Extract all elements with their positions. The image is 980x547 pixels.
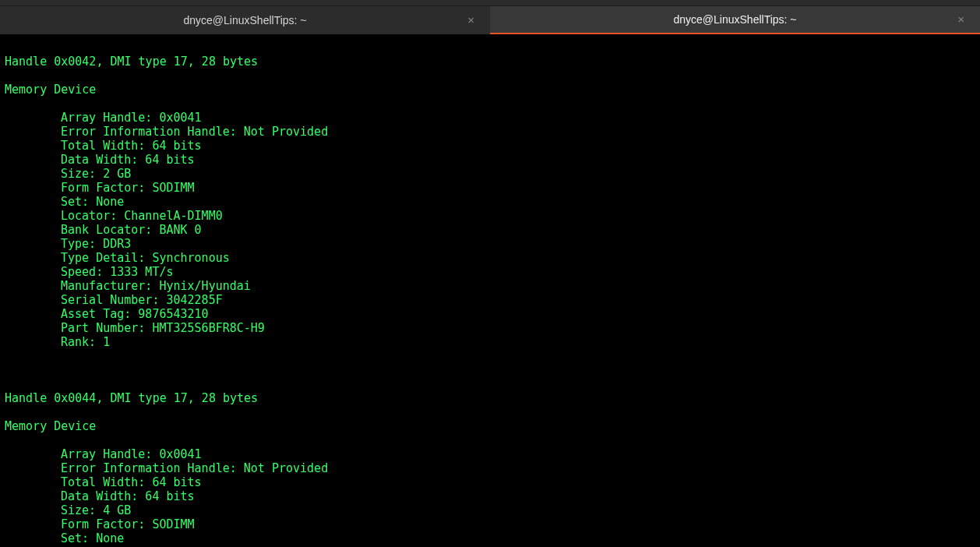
memory-device-field: Set: None xyxy=(5,531,975,545)
memory-device-title: Memory Device xyxy=(5,419,975,433)
close-icon[interactable]: × xyxy=(463,12,479,29)
memory-device-field: Rank: 1 xyxy=(5,335,975,349)
memory-device-field: Total Width: 64 bits xyxy=(5,475,975,489)
memory-device-field: Serial Number: 3042285F xyxy=(5,293,975,307)
window-titlebar xyxy=(0,0,980,6)
memory-device-field: Form Factor: SODIMM xyxy=(5,181,975,195)
tab-title: dnyce@LinuxShellTips: ~ xyxy=(183,14,306,27)
memory-device-field: Error Information Handle: Not Provided xyxy=(5,125,975,139)
memory-device-field: Form Factor: SODIMM xyxy=(5,517,975,531)
memory-device-field: Array Handle: 0x0041 xyxy=(5,111,975,125)
memory-device-field: Type Detail: Synchronous xyxy=(5,251,975,265)
terminal-output[interactable]: Handle 0x0042, DMI type 17, 28 bytes Mem… xyxy=(0,34,980,547)
memory-device-field: Asset Tag: 9876543210 xyxy=(5,307,975,321)
memory-device-field: Speed: 1333 MT/s xyxy=(5,265,975,279)
memory-device-field: Error Information Handle: Not Provided xyxy=(5,461,975,475)
terminal-tab-2[interactable]: dnyce@LinuxShellTips: ~ × xyxy=(490,6,980,34)
tab-title: dnyce@LinuxShellTips: ~ xyxy=(673,13,796,26)
memory-device-field: Data Width: 64 bits xyxy=(5,153,975,167)
memory-device-field: Size: 4 GB xyxy=(5,503,975,517)
memory-device-field: Array Handle: 0x0041 xyxy=(5,447,975,461)
memory-device-field: Manufacturer: Hynix/Hyundai xyxy=(5,279,975,293)
memory-device-field: Total Width: 64 bits xyxy=(5,139,975,153)
dmi-header: Handle 0x0042, DMI type 17, 28 bytes xyxy=(5,55,975,69)
memory-device-field: Set: None xyxy=(5,195,975,209)
memory-device-field: Part Number: HMT325S6BFR8C-H9 xyxy=(5,321,975,335)
memory-device-field: Size: 2 GB xyxy=(5,167,975,181)
blank-line xyxy=(5,363,975,377)
memory-device-field: Data Width: 64 bits xyxy=(5,489,975,503)
memory-device-field: Locator: ChannelA-DIMM0 xyxy=(5,209,975,223)
dmi-header: Handle 0x0044, DMI type 17, 28 bytes xyxy=(5,391,975,405)
terminal-tab-1[interactable]: dnyce@LinuxShellTips: ~ × xyxy=(0,6,490,34)
memory-device-field: Bank Locator: BANK 0 xyxy=(5,223,975,237)
memory-device-field: Type: DDR3 xyxy=(5,237,975,251)
close-icon[interactable]: × xyxy=(953,11,969,28)
terminal-tabbar: dnyce@LinuxShellTips: ~ × dnyce@LinuxShe… xyxy=(0,6,980,34)
memory-device-title: Memory Device xyxy=(5,83,975,97)
